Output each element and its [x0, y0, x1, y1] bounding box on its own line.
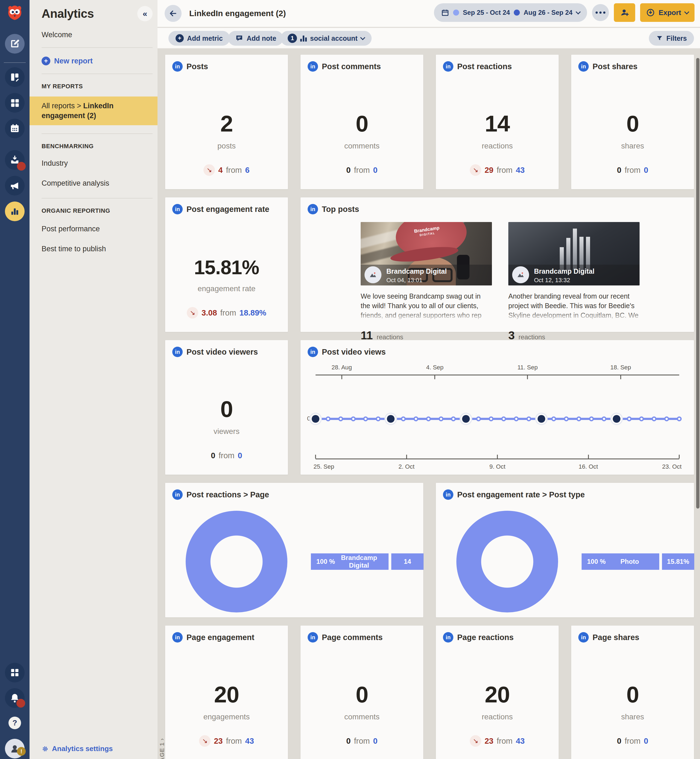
metric-unit: reactions	[436, 712, 559, 721]
streams-icon[interactable]	[5, 67, 25, 87]
linkedin-icon: in	[443, 61, 453, 72]
social-account-label: social account	[310, 34, 358, 42]
back-button[interactable]	[165, 5, 181, 22]
report-canvas: PAGE 1 › inPosts 2 posts ↘ 4 from 6 inPo…	[158, 48, 700, 759]
post-video-views-chart-card: inPost video views 28. Aug4. Sep11. Sep1…	[300, 340, 694, 475]
divider	[42, 198, 153, 198]
metric-delta: 0 from 0	[300, 735, 423, 747]
sidebar-item-competitive-analysis[interactable]: Competitive analysis	[42, 179, 158, 187]
filters-button[interactable]: Filters	[649, 31, 694, 46]
card-title: Top posts	[322, 205, 359, 214]
chart-data-point	[439, 416, 444, 421]
add-metric-button[interactable]: + Add metric	[169, 31, 230, 46]
chart-data-point	[652, 416, 656, 421]
metric-delta: ↘ 4 from 6	[165, 164, 288, 176]
promote-megaphone-icon[interactable]	[5, 176, 25, 195]
analytics-icon[interactable]	[5, 201, 25, 221]
social-account-selector[interactable]: 1 social account	[281, 31, 372, 46]
page-avatar	[364, 266, 381, 283]
metric-value: 0	[571, 683, 694, 706]
breadcrumb: All reports >	[42, 102, 83, 110]
analytics-settings-link[interactable]: Analytics settings	[42, 745, 113, 753]
add-metric-label: Add metric	[187, 34, 223, 42]
funnel-icon	[656, 35, 663, 42]
chart-data-point	[564, 416, 569, 421]
invite-member-button[interactable]	[614, 3, 635, 22]
new-report-button[interactable]: + New report	[42, 56, 158, 66]
rail-divider	[4, 62, 26, 63]
chart-data-point	[613, 415, 620, 423]
chart-data-point	[538, 415, 545, 423]
chevron-down-icon	[576, 9, 581, 14]
card-title: Page comments	[322, 633, 383, 642]
top-post-1[interactable]: BrandcampDIGITAL Brandcamp Digital Oct 0…	[361, 222, 492, 342]
legend-percent: 100 %	[316, 558, 335, 565]
metric-card-page-reactions: inPage reactions 20 reactions ↘ 23 from …	[436, 626, 559, 759]
chart-data-point	[326, 416, 331, 421]
chart-axis-bottom: 25. Sep2. Oct9. Oct16. Oct23. Oct	[316, 459, 679, 459]
sidebar-item-industry[interactable]: Industry	[42, 159, 158, 168]
trend-down-icon: ↘	[187, 307, 198, 319]
date-range-picker[interactable]: Sep 25 - Oct 24 Aug 26 - Sep 24	[434, 3, 587, 22]
card-title: Posts	[186, 62, 208, 71]
planner-calendar-icon[interactable]	[5, 119, 25, 138]
sidebar-title: Analytics	[42, 7, 94, 20]
sidebar-item-best-time-to-publish[interactable]: Best time to publish	[42, 245, 158, 253]
legend-value: 15.81%	[662, 553, 694, 570]
gear-icon	[42, 745, 48, 753]
donut-chart[interactable]	[456, 511, 558, 612]
metric-unit: shares	[571, 712, 694, 721]
metric-card-page-engagement: inPage engagement 20 engagements ↘ 23 fr…	[165, 626, 288, 759]
card-title: Page reactions	[457, 633, 514, 642]
chart-data-point	[639, 416, 644, 421]
linkedin-icon: in	[172, 489, 183, 500]
top-post-2[interactable]: Brandcamp Digital Oct 12, 13:32 Another …	[508, 222, 639, 342]
metric-card-posts: inPosts 2 posts ↘ 4 from 6	[165, 55, 288, 189]
chart-data-point	[514, 416, 519, 421]
help-icon[interactable]: ?	[5, 713, 25, 733]
apps-grid-icon[interactable]	[5, 663, 25, 682]
legend-value: 14	[391, 553, 423, 570]
metric-value: 20	[165, 683, 288, 706]
compose-icon[interactable]	[5, 34, 25, 53]
add-note-button[interactable]: Add note	[228, 31, 283, 46]
metric-unit: comments	[300, 712, 423, 721]
legend-label: Brandcamp Digital	[335, 554, 383, 569]
donut-legend[interactable]: 100 % Photo 15.81%	[581, 553, 694, 570]
linkedin-icon: in	[172, 632, 183, 642]
card-title: Post engagement rate	[186, 205, 269, 214]
more-options-button[interactable]	[592, 4, 609, 21]
notifications-badge	[16, 699, 25, 707]
sidebar-item-post-performance[interactable]: Post performance	[42, 225, 158, 233]
donut-legend[interactable]: 100 % Brandcamp Digital 14	[311, 553, 423, 570]
chart-axis-top: 28. Aug4. Sep11. Sep18. Sep	[316, 375, 679, 375]
metric-card-post-video-viewers: inPost video viewers 0 viewers 0 from 0	[165, 340, 288, 475]
metric-delta: ↘ 23 from 43	[165, 735, 288, 747]
new-report-label: New report	[54, 57, 93, 66]
export-label: Export	[659, 8, 681, 17]
y-axis-zero-label: 0	[307, 415, 310, 422]
chart-series-line	[316, 418, 679, 420]
metric-unit: reactions	[436, 142, 559, 150]
export-button[interactable]: Export	[640, 3, 695, 22]
chart-data-point	[664, 416, 669, 421]
dashboard-icon[interactable]	[5, 93, 25, 112]
collapse-sidebar-icon[interactable]: «	[137, 6, 153, 21]
sidebar-item-welcome[interactable]: Welcome	[42, 31, 158, 39]
post-meta-overlay: Brandcamp Digital Oct 12, 13:32	[508, 265, 639, 286]
post-reactions-by-page-card: inPost reactions > Page 100 % Brandcamp …	[165, 483, 423, 617]
hootsuite-owl-icon[interactable]	[6, 5, 23, 22]
post-date: Oct 04, 13:01	[386, 277, 422, 284]
calendar-icon	[441, 8, 449, 17]
main-content: LinkedIn engagement (2) Sep 25 - Oct 24 …	[158, 0, 700, 759]
card-title: Post video viewers	[186, 348, 258, 356]
scrollbar-thumb[interactable]	[696, 58, 700, 509]
metric-delta: 0 from 0	[571, 164, 694, 176]
add-note-label: Add note	[247, 34, 276, 42]
metric-unit: engagement rate	[165, 284, 288, 293]
page-tab[interactable]: PAGE 1 ›	[159, 738, 166, 759]
chart-data-point	[476, 416, 481, 421]
sidebar-item-active-report[interactable]: All reports > LinkedIn engagement (2)	[30, 97, 158, 125]
donut-chart[interactable]	[186, 511, 288, 612]
card-title: Post comments	[322, 62, 381, 71]
